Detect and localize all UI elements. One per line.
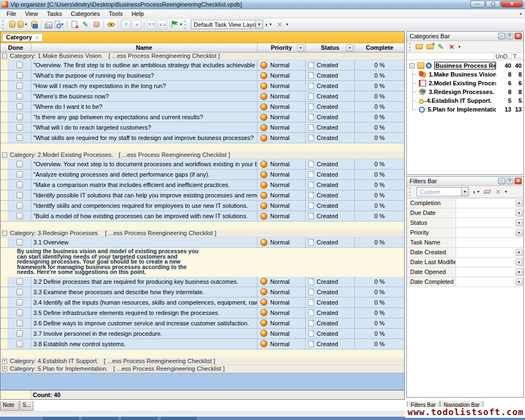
view-task-button[interactable]	[106, 19, 116, 30]
menu-categories[interactable]: Categories	[67, 10, 104, 18]
done-checkbox[interactable]	[16, 213, 23, 219]
menu-tools[interactable]: Tools	[104, 10, 127, 18]
status-cell[interactable]: Created	[306, 60, 355, 70]
new-category-button[interactable]	[413, 42, 424, 52]
done-checkbox[interactable]	[16, 202, 23, 209]
priority-cell[interactable]: Normal	[258, 308, 306, 318]
combo-dropdown-icon[interactable]: ▼	[461, 188, 468, 196]
priority-cell[interactable]: Normal	[258, 318, 306, 328]
done-checkbox[interactable]	[16, 93, 23, 100]
delete-filter-button[interactable]: ✕	[493, 187, 504, 197]
close-button[interactable]: ✕	[501, 1, 523, 8]
column-header-complete[interactable]: Complete	[355, 43, 404, 52]
done-checkbox[interactable]	[16, 289, 23, 295]
task-name[interactable]: "Where do I want it to be?	[31, 102, 258, 112]
task-row[interactable]: "What's the purpose of running my busine…	[1, 71, 404, 81]
status-cell[interactable]: Created	[306, 133, 355, 143]
done-checkbox[interactable]	[16, 310, 23, 316]
filter-value-cell[interactable]	[456, 228, 515, 237]
status-cell[interactable]: Created	[306, 211, 355, 221]
task-row[interactable]: 3.2 Define processes that are required f…	[1, 277, 404, 287]
status-cell[interactable]: Created	[306, 81, 355, 91]
task-name[interactable]: 3.5 Define infrastructure elements requi…	[31, 308, 258, 318]
status-cell[interactable]: Created	[306, 102, 355, 112]
task-row[interactable]: "Where do I want it to be? Normal Create…	[1, 102, 404, 112]
column-header-done[interactable]: Done	[1, 43, 31, 52]
open-database-button[interactable]: ▾	[18, 19, 28, 30]
status-cell[interactable]: Created	[306, 190, 355, 200]
column-header-name[interactable]: Name	[31, 43, 258, 52]
panel-float-button[interactable]: ▫	[498, 178, 505, 184]
priority-cell[interactable]: Normal	[258, 159, 306, 169]
status-cell[interactable]: Created	[306, 237, 355, 247]
panel-float-button[interactable]: ▫	[498, 33, 505, 39]
filter-value-cell[interactable]	[456, 258, 515, 267]
expand-collapse-icon[interactable]: -	[2, 54, 7, 59]
task-name[interactable]: "What's the purpose of running my busine…	[31, 71, 258, 80]
status-cell[interactable]: Created	[306, 91, 355, 101]
status-cell[interactable]: Created	[306, 122, 355, 132]
task-row[interactable]: "Is there any gap between my expectation…	[1, 112, 404, 122]
move-up-button[interactable]: ▲	[131, 19, 142, 30]
filter-dropdown[interactable]: ▼	[515, 267, 523, 277]
filter-value-cell[interactable]	[456, 199, 515, 208]
task-row[interactable]: "What will I do to reach targeted custom…	[1, 122, 404, 133]
task-name[interactable]: "Overview. Your next step is to document…	[31, 159, 258, 169]
task-name[interactable]: "Analyze existing processes and detect p…	[31, 170, 258, 179]
priority-cell[interactable]: Normal	[258, 170, 306, 179]
priority-cell[interactable]: Normal	[258, 190, 306, 200]
category-group-header[interactable]: - Category: 3.Redesign Processes. [ ...e…	[1, 230, 404, 237]
print-preview-button[interactable]: ▾	[54, 19, 65, 30]
done-checkbox[interactable]	[16, 239, 23, 246]
done-checkbox[interactable]	[16, 72, 23, 79]
filter-dropdown[interactable]: ▼	[515, 218, 523, 228]
done-checkbox[interactable]	[16, 341, 23, 347]
task-name[interactable]: "Build a model of how existing processes…	[31, 211, 258, 221]
add-subcategory-button[interactable]	[424, 42, 435, 52]
filter-preset-combo[interactable]: Custom ▼	[417, 187, 469, 196]
status-cell[interactable]: Created	[306, 339, 355, 349]
task-name[interactable]: "Identify skills and competencies requir…	[31, 201, 258, 211]
task-row[interactable]: "Overview. The first step is to outline …	[1, 60, 404, 71]
priority-cell[interactable]: Normal	[258, 201, 306, 211]
priority-cell[interactable]: Normal	[258, 102, 306, 112]
done-checkbox[interactable]	[16, 114, 23, 120]
task-row[interactable]: "Identify skills and competencies requir…	[1, 201, 404, 211]
done-checkbox[interactable]	[16, 103, 23, 110]
combo-dropdown-icon[interactable]: ▼	[255, 20, 262, 28]
task-name[interactable]: 3.7 Involve personnel in the redesign pr…	[31, 329, 258, 339]
done-checkbox[interactable]	[16, 135, 23, 141]
status-cell[interactable]: Created	[306, 112, 355, 122]
menu-tasks[interactable]: Tasks	[42, 10, 66, 18]
filter-value-cell[interactable]	[456, 218, 515, 228]
category-tree-item[interactable]: 3.Redesign Processes. 8 8	[407, 88, 523, 96]
panel-close-button[interactable]: ✕	[515, 178, 522, 184]
task-row[interactable]: "Build a model of how existing processes…	[1, 211, 404, 221]
panel-close-button[interactable]: ✕	[515, 33, 522, 39]
save-database-button[interactable]	[28, 19, 39, 30]
done-checkbox[interactable]	[16, 278, 23, 285]
category-tree-item[interactable]: 2.Model Existing Processes. 6 6	[407, 79, 523, 88]
category-group-header[interactable]: - Category: 1.Make Business Vision. [ ..…	[1, 52, 404, 60]
filter-value-cell[interactable]	[456, 277, 515, 287]
run-dropdown-icon[interactable]: ▾	[179, 22, 183, 27]
priority-cell[interactable]: Normal	[258, 91, 306, 101]
panel-pin-button[interactable]: 干	[506, 178, 514, 184]
category-group-header[interactable]: + Category: 5.Plan for Implementation. […	[1, 365, 404, 373]
done-checkbox[interactable]	[16, 192, 23, 199]
task-row[interactable]: 3.3 Examine these processes and describe…	[1, 287, 404, 298]
done-checkbox[interactable]	[16, 320, 23, 326]
column-undone[interactable]: UnD...	[494, 53, 511, 60]
new-task-button[interactable]	[69, 19, 80, 30]
task-name[interactable]: 3.6 Define ways to improve customer serv…	[31, 318, 258, 328]
priority-cell[interactable]: Normal	[258, 287, 306, 297]
task-name[interactable]: "What will I do to reach targeted custom…	[31, 122, 258, 132]
expand-collapse-icon[interactable]: +	[2, 366, 7, 371]
filter-dropdown[interactable]: ▼	[515, 248, 523, 257]
filter-dropdown[interactable]: ▼	[515, 228, 523, 237]
filter-dropdown[interactable]: ▼	[515, 258, 523, 267]
done-checkbox[interactable]	[16, 161, 23, 167]
task-row[interactable]: 3.6 Define ways to improve customer serv…	[1, 318, 404, 329]
task-name[interactable]: "Make a comparison matrix that includes …	[31, 180, 258, 190]
expand-collapse-icon[interactable]: -	[2, 153, 7, 158]
